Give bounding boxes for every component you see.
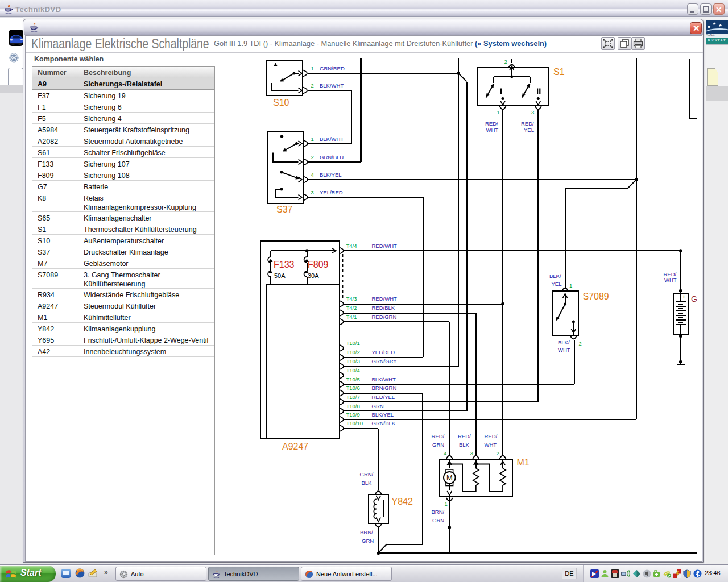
svg-text:BRN/: BRN/: [432, 509, 445, 515]
svg-text:WHT: WHT: [485, 442, 497, 448]
svg-text:3: 3: [531, 109, 534, 115]
svg-text:F809: F809: [308, 260, 329, 269]
svg-text:WHT: WHT: [664, 277, 677, 283]
svg-text:2: 2: [311, 154, 314, 160]
svg-text:2: 2: [311, 82, 314, 89]
svg-text:BRN/GRN: BRN/GRN: [372, 385, 397, 391]
svg-text:RED/: RED/: [485, 433, 498, 439]
svg-text:T10/3: T10/3: [346, 358, 360, 364]
svg-text:2: 2: [497, 450, 499, 456]
svg-text:BLK/: BLK/: [558, 339, 570, 346]
svg-text:BLK: BLK: [459, 442, 470, 448]
svg-text:GRN: GRN: [432, 517, 444, 523]
svg-text:T10/6: T10/6: [346, 385, 360, 391]
svg-text:YEL: YEL: [552, 281, 562, 287]
svg-text:T10/4: T10/4: [346, 367, 360, 373]
svg-text:BRN/: BRN/: [360, 529, 373, 535]
svg-text:BLK/WHT: BLK/WHT: [372, 376, 396, 383]
svg-text:T4/2: T4/2: [346, 305, 357, 311]
svg-text:RED/WHT: RED/WHT: [372, 243, 398, 249]
svg-text:4: 4: [444, 450, 446, 456]
svg-text:RED/: RED/: [458, 433, 471, 439]
svg-text:G: G: [691, 294, 697, 304]
svg-text:1: 1: [497, 109, 500, 115]
svg-text:1: 1: [445, 501, 448, 507]
svg-text:T4/4: T4/4: [346, 243, 357, 249]
svg-text:RED/: RED/: [485, 120, 498, 127]
svg-text:−: −: [683, 328, 686, 334]
svg-text:S7089: S7089: [583, 292, 609, 301]
svg-text:T10/5: T10/5: [346, 376, 360, 383]
svg-text:RED/WHT: RED/WHT: [372, 296, 398, 302]
svg-text:RED/YEL: RED/YEL: [372, 394, 395, 400]
svg-text:RED/BLK: RED/BLK: [372, 305, 395, 311]
svg-text:S10: S10: [273, 98, 289, 107]
svg-text:2: 2: [504, 59, 507, 65]
svg-text:S1: S1: [553, 67, 565, 77]
svg-text:T4/3: T4/3: [346, 296, 357, 302]
svg-text:4: 4: [311, 172, 314, 178]
svg-text:GRN/: GRN/: [360, 471, 374, 477]
svg-text:BLK/YEL: BLK/YEL: [372, 411, 394, 418]
svg-text:BLK/: BLK/: [549, 273, 561, 279]
svg-text:BLK/WHT: BLK/WHT: [320, 82, 344, 89]
svg-text:3: 3: [311, 189, 314, 196]
svg-text:T10/8: T10/8: [346, 403, 360, 409]
svg-text:+: +: [682, 294, 686, 300]
svg-text:YEL/RED: YEL/RED: [372, 349, 395, 355]
svg-text:30A: 30A: [308, 272, 319, 279]
svg-text:M1: M1: [517, 458, 530, 467]
svg-text:T10/7: T10/7: [346, 394, 360, 400]
svg-text:BLK: BLK: [362, 480, 373, 486]
svg-text:WHT: WHT: [558, 347, 570, 353]
svg-text:GRN/BLU: GRN/BLU: [320, 154, 344, 160]
svg-text:BLK/WHT: BLK/WHT: [320, 136, 344, 142]
svg-text:T10/2: T10/2: [346, 349, 360, 355]
svg-text:GRN/BLK: GRN/BLK: [372, 420, 396, 426]
svg-text:50A: 50A: [274, 272, 286, 279]
svg-text:YEL: YEL: [524, 127, 534, 133]
svg-text:T10/9: T10/9: [346, 411, 360, 418]
svg-text:1: 1: [311, 136, 314, 142]
svg-text:T4/1: T4/1: [346, 314, 357, 320]
svg-text:RED/GRN: RED/GRN: [372, 314, 397, 320]
svg-text:RED/: RED/: [432, 433, 445, 439]
svg-text:WHT: WHT: [486, 127, 499, 133]
svg-text:A9247: A9247: [282, 442, 308, 451]
svg-text:GRN/RED: GRN/RED: [320, 65, 345, 72]
svg-text:1: 1: [569, 282, 572, 289]
svg-text:GRN: GRN: [432, 442, 444, 448]
svg-text:Y842: Y842: [392, 497, 413, 506]
svg-text:S37: S37: [276, 205, 293, 214]
svg-text:2: 2: [579, 340, 582, 347]
svg-text:GRN: GRN: [372, 403, 384, 409]
svg-text:YEL/RED: YEL/RED: [320, 189, 343, 196]
svg-text:M: M: [446, 473, 453, 482]
svg-text:GRN: GRN: [362, 538, 374, 544]
svg-text:F133: F133: [274, 260, 295, 269]
svg-text:1: 1: [311, 65, 314, 72]
svg-text:T10/1: T10/1: [346, 340, 360, 346]
svg-text:T10/10: T10/10: [346, 420, 363, 426]
svg-text:3: 3: [470, 450, 473, 456]
svg-text:BLK/YEL: BLK/YEL: [320, 172, 342, 178]
svg-text:RED/: RED/: [521, 120, 534, 127]
svg-text:GRN/GRY: GRN/GRY: [372, 358, 398, 364]
